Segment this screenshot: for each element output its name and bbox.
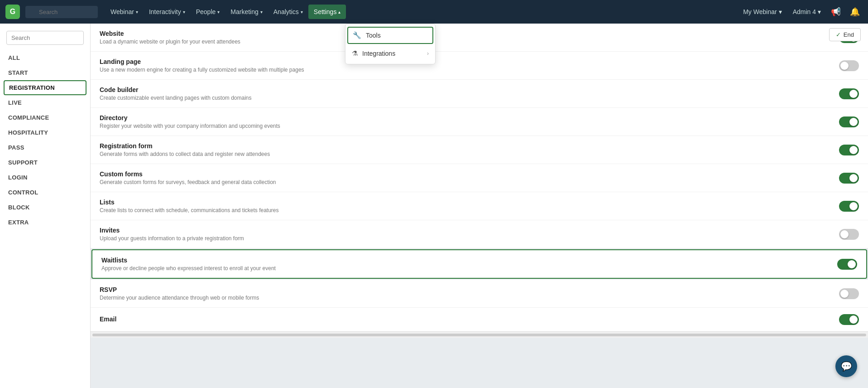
nav-settings[interactable]: Settings ▴ xyxy=(308,5,346,19)
toggle-slider xyxy=(837,259,857,270)
chevron-down-icon: ▾ xyxy=(779,8,782,15)
nav-analytics[interactable]: Analytics ▾ xyxy=(268,5,308,19)
sidebar-item-all[interactable]: ALL xyxy=(0,50,90,65)
chevron-down-icon: ▾ xyxy=(301,10,303,15)
dropdown-tools[interactable]: 🔧 Tools xyxy=(347,27,433,44)
feature-title: Code builder xyxy=(100,86,839,93)
feature-info: InvitesUpload your guests information to… xyxy=(100,227,839,242)
feature-desc: Register your website with your company … xyxy=(100,123,839,129)
feature-info: RSVPDetermine your audience attendance t… xyxy=(100,286,839,301)
sidebar-item-registration[interactable]: REGISTRATION xyxy=(4,80,86,95)
feature-desc: Determine your audience attendance throu… xyxy=(100,295,839,301)
feature-info: Landing pageUse a new modern engine for … xyxy=(100,58,839,73)
feature-info: WaitlistsApprove or decline people who e… xyxy=(101,257,837,272)
horizontal-scrollbar-thumb xyxy=(92,334,866,336)
sidebar-item-pass[interactable]: PASS xyxy=(0,140,90,155)
feature-row: DirectoryRegister your website with your… xyxy=(91,108,868,136)
feature-info: ListsCreate lists to connect with schedu… xyxy=(100,199,839,213)
feature-toggle[interactable] xyxy=(839,229,859,240)
nav-search-input[interactable] xyxy=(25,6,98,18)
chevron-down-icon: ▾ xyxy=(260,10,263,15)
feature-desc: Create customizable event landing pages … xyxy=(100,95,839,101)
notifications-icon[interactable]: 📢 xyxy=(828,5,844,19)
feature-title: Waitlists xyxy=(101,257,837,264)
end-button[interactable]: ✓ End xyxy=(829,28,861,41)
toggle-slider xyxy=(839,229,859,240)
feature-row: WebsiteLoad a dynamic website or plugin … xyxy=(91,24,868,52)
feature-desc: Upload your guests information to a priv… xyxy=(100,235,839,242)
feature-toggle[interactable] xyxy=(839,201,859,212)
main-content: ✓ End ALL START REGISTRATION LIVE COMPLI… xyxy=(0,24,868,388)
feature-title: Custom forms xyxy=(100,170,839,178)
feature-info: Code builderCreate customizable event la… xyxy=(100,86,839,101)
sidebar-item-control[interactable]: CONTROL xyxy=(0,185,90,200)
toggle-slider xyxy=(839,201,859,212)
features-list: WebsiteLoad a dynamic website or plugin … xyxy=(91,24,868,331)
feature-title: Registration form xyxy=(100,142,839,150)
my-webinar-menu[interactable]: My Webinar ▾ xyxy=(739,6,785,17)
feature-info: DirectoryRegister your website with your… xyxy=(100,114,839,129)
feature-info: Email xyxy=(100,315,839,324)
nav-interactivity[interactable]: Interactivity ▾ xyxy=(144,5,191,19)
feature-row: ListsCreate lists to connect with schedu… xyxy=(91,192,868,220)
feature-desc: Generate forms with addons to collect da… xyxy=(100,151,839,157)
feature-toggle[interactable] xyxy=(839,314,859,325)
feature-row: Landing pageUse a new modern engine for … xyxy=(91,52,868,80)
toggle-slider xyxy=(839,145,859,155)
sidebar: ALL START REGISTRATION LIVE COMPLIANCE H… xyxy=(0,24,91,388)
feature-row: Email xyxy=(91,308,868,331)
nav-marketing[interactable]: Marketing ▾ xyxy=(225,5,268,19)
feature-info: Registration formGenerate forms with add… xyxy=(100,142,839,157)
feature-toggle[interactable] xyxy=(837,259,857,270)
feature-toggle[interactable] xyxy=(839,116,859,127)
sidebar-search-input[interactable] xyxy=(6,31,84,45)
feature-title: Lists xyxy=(100,199,839,206)
admin-menu[interactable]: Admin 4 ▾ xyxy=(789,6,825,17)
feature-title: Website xyxy=(100,30,839,37)
tools-icon: 🔧 xyxy=(353,31,361,39)
feature-title: RSVP xyxy=(100,286,839,293)
feature-title: Landing page xyxy=(100,58,839,65)
horizontal-scrollbar[interactable] xyxy=(91,331,868,338)
feature-desc: Load a dynamic website or plugin for you… xyxy=(100,39,839,45)
sidebar-item-start[interactable]: START xyxy=(0,65,90,80)
integrations-icon: ⚗ xyxy=(352,49,358,58)
feature-title: Invites xyxy=(100,227,839,234)
feature-row: Custom formsGenerate custom forms for su… xyxy=(91,164,868,192)
nav-people[interactable]: People ▾ xyxy=(191,5,225,19)
feature-row: Code builderCreate customizable event la… xyxy=(91,80,868,108)
feature-title: Email xyxy=(100,315,839,323)
feature-row: RSVPDetermine your audience attendance t… xyxy=(91,280,868,308)
feature-desc: Use a new modern engine for creating a f… xyxy=(100,67,839,73)
features-content-area[interactable]: WebsiteLoad a dynamic website or plugin … xyxy=(91,24,868,388)
feature-desc: Generate custom forms for surveys, feedb… xyxy=(100,179,839,185)
sidebar-item-compliance[interactable]: COMPLIANCE xyxy=(0,110,90,125)
sidebar-item-extra[interactable]: EXTRA xyxy=(0,215,90,230)
sidebar-item-hospitality[interactable]: HOSPITALITY xyxy=(0,125,90,140)
feature-desc: Create lists to connect with schedule, c… xyxy=(100,207,839,213)
toggle-slider xyxy=(839,314,859,325)
feature-info: Custom formsGenerate custom forms for su… xyxy=(100,170,839,185)
toggle-slider xyxy=(839,173,859,184)
sidebar-item-login[interactable]: LOGIN xyxy=(0,170,90,185)
feature-info: WebsiteLoad a dynamic website or plugin … xyxy=(100,30,839,45)
chat-button[interactable]: 💬 xyxy=(835,355,857,377)
chevron-right-icon: › xyxy=(427,50,429,57)
toggle-slider xyxy=(839,288,859,299)
feature-toggle[interactable] xyxy=(839,173,859,184)
feature-toggle[interactable] xyxy=(839,60,859,71)
dropdown-integrations[interactable]: ⚗ Integrations › xyxy=(345,45,435,62)
nav-webinar[interactable]: Webinar ▾ xyxy=(105,5,144,19)
feature-toggle[interactable] xyxy=(839,88,859,99)
feature-toggle[interactable] xyxy=(839,145,859,155)
feature-toggle[interactable] xyxy=(839,288,859,299)
nav-menu: Webinar ▾ Interactivity ▾ People ▾ Marke… xyxy=(105,5,346,19)
chevron-up-icon: ▴ xyxy=(338,10,340,15)
sidebar-item-support[interactable]: SUPPORT xyxy=(0,155,90,170)
sidebar-item-live[interactable]: LIVE xyxy=(0,95,90,110)
toggle-slider xyxy=(839,60,859,71)
feature-row: WaitlistsApprove or decline people who e… xyxy=(91,249,867,279)
sidebar-item-block[interactable]: BLOCK xyxy=(0,200,90,215)
bell-icon[interactable]: 🔔 xyxy=(847,5,863,19)
toggle-slider xyxy=(839,88,859,99)
